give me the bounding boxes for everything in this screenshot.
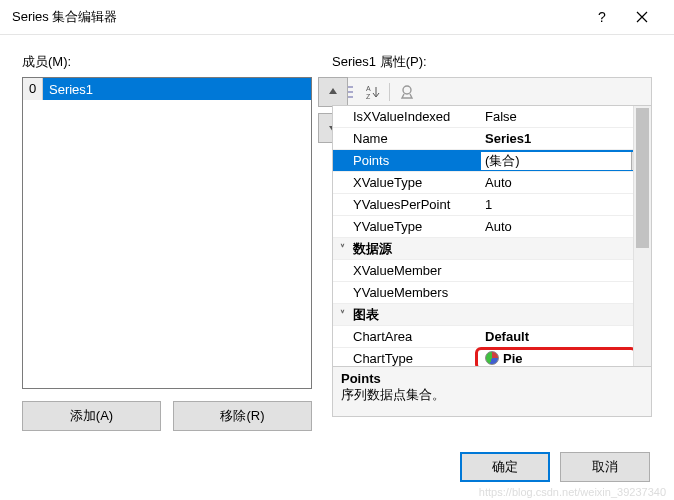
property-name: YValuesPerPoint <box>351 197 481 212</box>
member-name: Series1 <box>43 82 93 97</box>
alphabetical-icon[interactable]: AZ <box>363 83 381 101</box>
property-row[interactable]: XValueTypeAuto <box>333 172 651 194</box>
property-value[interactable]: False <box>481 109 651 124</box>
property-row[interactable]: NameSeries1 <box>333 128 651 150</box>
property-name: ChartArea <box>351 329 481 344</box>
property-row[interactable]: YValuesPerPoint1 <box>333 194 651 216</box>
add-button[interactable]: 添加(A) <box>22 401 161 431</box>
description-panel: Points 序列数据点集合。 <box>332 367 652 417</box>
property-row[interactable]: ChartAreaDefault <box>333 326 651 348</box>
property-name: Points <box>351 153 481 168</box>
property-row[interactable]: ChartTypePie <box>333 348 651 367</box>
member-item[interactable]: 0 Series1 <box>23 78 311 100</box>
property-value[interactable]: Auto <box>481 219 651 234</box>
description-text: 序列数据点集合。 <box>341 386 643 404</box>
members-label: 成员(M): <box>22 53 312 71</box>
property-row[interactable]: XValueMember <box>333 260 651 282</box>
property-row[interactable]: Points(集合)... <box>333 150 651 172</box>
property-value[interactable]: (集合)... <box>481 152 651 170</box>
svg-text:Z: Z <box>366 93 371 100</box>
scrollbar[interactable] <box>633 106 651 366</box>
property-value[interactable]: Auto <box>481 175 651 190</box>
property-name: XValueType <box>351 175 481 190</box>
property-category[interactable]: ˅图表 <box>333 304 651 326</box>
property-toolbar: AZ <box>332 77 652 105</box>
property-grid[interactable]: IsXValueIndexedFalseNameSeries1Points(集合… <box>332 105 652 367</box>
property-name: ChartType <box>351 351 481 366</box>
members-list[interactable]: 0 Series1 <box>22 77 312 389</box>
property-row[interactable]: IsXValueIndexedFalse <box>333 106 651 128</box>
description-title: Points <box>341 371 643 386</box>
property-name: YValueMembers <box>351 285 481 300</box>
property-value[interactable]: Series1 <box>481 131 651 146</box>
expand-icon[interactable]: ˅ <box>333 243 351 254</box>
cancel-button[interactable]: 取消 <box>560 452 650 482</box>
properties-label: Series1 属性(P): <box>332 53 652 71</box>
move-up-button[interactable] <box>318 77 348 107</box>
property-row[interactable]: YValueTypeAuto <box>333 216 651 238</box>
property-category[interactable]: ˅数据源 <box>333 238 651 260</box>
window-title: Series 集合编辑器 <box>12 8 582 26</box>
arrow-up-icon <box>327 86 339 98</box>
property-pages-icon[interactable] <box>398 83 416 101</box>
property-name: Name <box>351 131 481 146</box>
property-value[interactable]: 1 <box>481 197 651 212</box>
property-name: 数据源 <box>351 240 392 258</box>
ok-button[interactable]: 确定 <box>460 452 550 482</box>
member-index: 0 <box>23 78 43 100</box>
svg-text:A: A <box>366 85 371 92</box>
property-value[interactable]: Default <box>481 329 651 344</box>
titlebar: Series 集合编辑器 ? <box>0 0 674 35</box>
scrollbar-thumb[interactable] <box>636 108 649 248</box>
close-button[interactable] <box>622 2 662 32</box>
expand-icon[interactable]: ˅ <box>333 309 351 320</box>
highlight-annotation <box>475 347 637 367</box>
property-value[interactable]: Pie <box>481 351 651 366</box>
remove-button[interactable]: 移除(R) <box>173 401 312 431</box>
property-name: XValueMember <box>351 263 481 278</box>
close-icon <box>636 11 648 23</box>
property-row[interactable]: YValueMembers <box>333 282 651 304</box>
property-name: YValueType <box>351 219 481 234</box>
watermark: https://blog.csdn.net/weixin_39237340 <box>479 486 666 498</box>
property-name: IsXValueIndexed <box>351 109 481 124</box>
pie-icon <box>485 351 499 365</box>
property-name: 图表 <box>351 306 379 324</box>
help-button[interactable]: ? <box>582 2 622 32</box>
